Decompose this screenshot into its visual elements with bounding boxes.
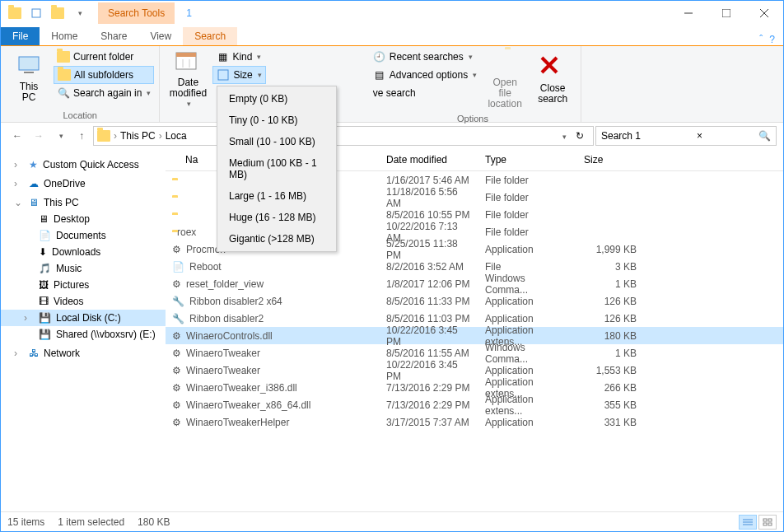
svg-rect-6 <box>24 72 34 73</box>
this-pc-button[interactable]: This PC <box>6 48 52 109</box>
col-size[interactable]: Size <box>577 149 643 170</box>
date-modified-button[interactable]: Date modified <box>165 48 211 110</box>
network-icon: 🖧 <box>29 348 39 359</box>
size-option-large[interactable]: Large (1 - 16 MB) <box>219 185 334 207</box>
file-icon: ⚙ <box>172 382 181 394</box>
nav-music[interactable]: 🎵Music <box>1 260 166 277</box>
nav-pictures[interactable]: 🖼Pictures <box>1 277 166 293</box>
file-row[interactable]: ⚙WinaeroTweaker10/22/2016 3:45 PMApplica… <box>166 362 783 379</box>
minimize-button[interactable] <box>670 1 707 26</box>
nav-shared-vboxsrv-e-[interactable]: 💾Shared (\\vboxsrv) (E:) <box>1 326 166 343</box>
file-icon: ⚙ <box>172 278 181 290</box>
forward-button[interactable]: → <box>29 126 49 146</box>
up-button[interactable]: ↑ <box>72 126 91 146</box>
size-option-huge[interactable]: Huge (16 - 128 MB) <box>219 207 334 228</box>
nav-this-pc[interactable]: ⌄🖥This PC <box>1 192 166 211</box>
file-row[interactable]: 📄Reboot8/2/2016 3:52 AMFile3 KB <box>166 258 783 275</box>
address-bar: ← → ↑ › This PC › Loca ↻ Search 1 × 🔍 <box>1 123 783 149</box>
size-option-medium[interactable]: Medium (100 KB - 1 MB) <box>219 152 334 185</box>
svg-rect-0 <box>32 9 40 17</box>
refresh-button[interactable]: ↻ <box>570 130 590 142</box>
view-large-button[interactable] <box>758 515 777 530</box>
nav-local-disk-c-[interactable]: ›💾Local Disk (C:) <box>1 310 166 326</box>
size-option-gigantic[interactable]: Gigantic (>128 MB) <box>219 228 334 250</box>
nav-network[interactable]: ›🖧Network <box>1 343 166 362</box>
all-subfolders-button[interactable]: All subfolders <box>54 66 154 84</box>
nav-downloads[interactable]: ⬇Downloads <box>1 244 166 260</box>
qat-properties[interactable] <box>27 4 45 22</box>
size-option-tiny[interactable]: Tiny (0 - 10 KB) <box>219 110 334 131</box>
clock-icon: 🕘 <box>373 50 386 63</box>
size-option-empty[interactable]: Empty (0 KB) <box>219 88 334 110</box>
open-file-location-button[interactable]: Open file location <box>482 48 528 112</box>
col-date[interactable]: Date modified <box>380 149 478 170</box>
size-icon <box>217 68 230 82</box>
search-input[interactable]: Search 1 × 🔍 <box>595 126 777 146</box>
folder-icon <box>97 130 110 142</box>
star-icon: ★ <box>29 159 38 170</box>
file-icon: ⚙ <box>172 399 181 411</box>
size-button[interactable]: Size <box>212 66 265 84</box>
computer-icon <box>16 54 42 80</box>
system-icon[interactable] <box>6 4 24 22</box>
folder-open-icon <box>492 49 518 76</box>
address-dropdown[interactable] <box>561 130 567 142</box>
svg-rect-20 <box>768 523 772 525</box>
file-icon: 📄 <box>172 261 184 273</box>
qat-customize[interactable] <box>70 4 88 22</box>
breadcrumb[interactable]: Loca <box>166 130 187 142</box>
file-row[interactable]: ⚙WinaeroControls.dll10/22/2016 3:45 PMAp… <box>166 327 783 344</box>
ribbon: This PC Current folder All subfolders 🔍S… <box>1 45 783 123</box>
close-search-button[interactable]: Close search <box>530 48 576 112</box>
size-dropdown-menu: Empty (0 KB) Tiny (0 - 10 KB) Small (10 … <box>217 86 337 252</box>
qat-newfolder[interactable] <box>49 4 67 22</box>
file-icon: 🔧 <box>172 296 184 307</box>
file-icon: ⚙ <box>172 244 181 255</box>
options-icon: ▤ <box>373 68 386 82</box>
view-details-button[interactable] <box>739 515 757 530</box>
status-bar: 15 items 1 item selected 180 KB <box>1 511 783 531</box>
search-again-button[interactable]: 🔍Search again in <box>54 84 154 102</box>
history-button[interactable] <box>50 126 70 146</box>
window-title: 1 <box>186 7 192 19</box>
file-row[interactable]: ⚙WinaeroTweakerHelper3/17/2015 7:37 AMAp… <box>166 413 783 431</box>
tab-home[interactable]: Home <box>40 27 89 45</box>
tab-view[interactable]: View <box>138 27 183 45</box>
file-row[interactable]: 🔧Ribbon disabler2 x648/5/2016 11:33 PMAp… <box>166 292 783 310</box>
clear-icon[interactable]: × <box>697 130 702 142</box>
computer-icon: 🖥 <box>29 197 39 208</box>
kind-button[interactable]: ▦Kind <box>212 48 265 66</box>
breadcrumb[interactable]: This PC <box>120 130 156 142</box>
recent-searches-button[interactable]: 🕘Recent searches <box>370 48 480 66</box>
nav-quick-access[interactable]: ›★Custom Quick Access <box>1 154 166 173</box>
save-search-button[interactable]: ve search <box>370 84 480 102</box>
svg-rect-18 <box>768 519 772 521</box>
tab-share[interactable]: Share <box>89 27 138 45</box>
file-icon: ⚙ <box>172 417 181 428</box>
file-row[interactable]: ⚙reset_folder_view1/8/2017 12:06 PMWindo… <box>166 275 783 292</box>
search-icon[interactable]: 🔍 <box>758 130 771 142</box>
status-selected: 1 item selected <box>58 516 124 528</box>
nav-videos[interactable]: 🎞Videos <box>1 293 166 310</box>
nav-documents[interactable]: 📄Documents <box>1 227 166 244</box>
close-button[interactable] <box>745 1 783 26</box>
nav-desktop[interactable]: 🖥Desktop <box>1 211 166 227</box>
file-icon: ⚙ <box>172 365 181 376</box>
file-row[interactable]: ⚙WinaeroTweaker_i386.dll7/13/2016 2:29 P… <box>166 379 783 396</box>
address-input[interactable]: › This PC › Loca ↻ <box>93 126 594 146</box>
status-count: 15 items <box>7 516 44 528</box>
help-icon[interactable]: ? <box>769 34 775 45</box>
maximize-button[interactable] <box>707 1 745 26</box>
file-row[interactable]: ⚙WinaeroTweaker_x86_64.dll7/13/2016 2:29… <box>166 396 783 413</box>
current-folder-button[interactable]: Current folder <box>54 48 154 66</box>
size-option-small[interactable]: Small (10 - 100 KB) <box>219 131 334 152</box>
col-type[interactable]: Type <box>478 149 577 170</box>
group-options-label: Options <box>370 112 576 125</box>
ribbon-collapse-icon[interactable]: ˆ <box>759 34 763 45</box>
file-tab[interactable]: File <box>1 27 40 45</box>
tab-search[interactable]: Search <box>183 27 237 45</box>
nav-onedrive[interactable]: ›☁OneDrive <box>1 173 166 192</box>
file-icon: ⚙ <box>172 348 181 359</box>
advanced-options-button[interactable]: ▤Advanced options <box>370 66 480 84</box>
back-button[interactable]: ← <box>7 126 27 146</box>
